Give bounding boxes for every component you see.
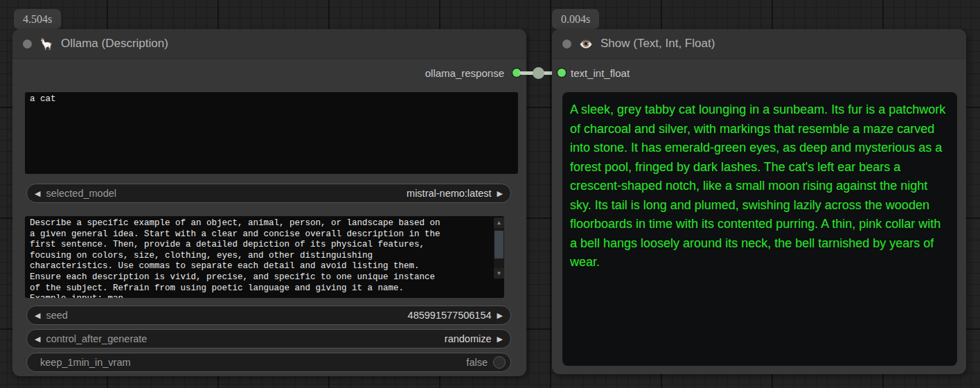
execution-time-badge: 0.004s [552,9,599,29]
widget-label: control_after_generate [46,333,438,344]
toggle-knob[interactable] [493,356,506,369]
seed-widget[interactable]: ◀ seed 485991577506154 ▶ [26,306,511,325]
node-graph-canvas[interactable]: 4.504s 0.004s 🦙 Ollama (Description) oll… [0,0,980,388]
execution-time-badge: 4.504s [14,9,61,29]
text-input-area[interactable]: a cat [25,92,518,174]
widget-label: keep_1min_in_vram [35,357,461,368]
selected-model-widget[interactable]: ◀ selected_model mistral-nemo:latest ▶ [26,184,511,203]
decrement-arrow-icon[interactable]: ◀ [35,335,40,344]
collapse-dot[interactable] [562,39,571,48]
node-title-bar[interactable]: 🦙 Ollama (Description) [12,29,526,59]
decrement-arrow-icon[interactable]: ◀ [35,189,40,198]
show-text-int-float-node[interactable]: 👁️ Show (Text, Int, Float) text_int_floa… [552,29,966,374]
llama-icon: 🦙 [39,37,53,51]
node-title: Ollama (Description) [61,37,168,51]
scrollbar-thumb[interactable] [495,231,504,258]
input-slot-label: text_int_float [571,67,630,79]
widget-value: false [466,357,488,368]
control-after-generate-widget[interactable]: ◀ control_after_generate randomize ▶ [26,329,511,349]
widget-value: randomize [445,333,492,344]
increment-arrow-icon[interactable]: ▶ [497,189,503,198]
widget-label: seed [46,310,402,321]
system-prompt-textarea[interactable]: Describe a specific example of an object… [25,216,504,298]
widget-label: selected_model [46,188,401,199]
widget-value: mistral-nemo:latest [407,188,491,199]
eye-icon: 👁️ [579,37,593,51]
node-title: Show (Text, Int, Float) [600,37,715,51]
output-slot-label: ollama_response [425,67,504,79]
widget-value: 485991577506154 [408,310,492,321]
keep-1min-in-vram-toggle[interactable]: keep_1min_in_vram false [26,353,511,372]
decrement-arrow-icon[interactable]: ◀ [35,311,40,320]
scroll-up-button[interactable]: ▲ [494,218,504,228]
scrollbar[interactable]: ▲ ▼ [494,218,504,279]
increment-arrow-icon[interactable]: ▶ [497,311,503,320]
scroll-down-button[interactable]: ▼ [494,268,504,279]
collapse-dot[interactable] [23,39,32,48]
input-slot-dot[interactable] [558,69,566,77]
link-midpoint-dot[interactable] [533,67,544,79]
increment-arrow-icon[interactable]: ▶ [497,335,503,344]
generated-text-display[interactable]: A sleek, grey tabby cat lounging in a su… [562,92,957,366]
ollama-description-node[interactable]: 🦙 Ollama (Description) ollama_response a… [12,29,526,376]
node-title-bar[interactable]: 👁️ Show (Text, Int, Float) [552,29,966,59]
